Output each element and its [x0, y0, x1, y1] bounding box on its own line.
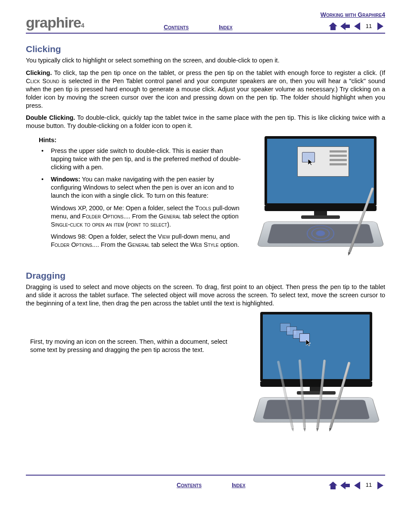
svg-marker-0 [329, 22, 337, 30]
hint-1: Press the upper side switch to double-cl… [39, 147, 243, 171]
clicking-bold-label: Clicking. [26, 69, 52, 76]
chapter-link[interactable]: Working with Graphire4 [321, 11, 385, 18]
footer-home-icon[interactable] [328, 481, 338, 490]
brand-suffix: 4 [81, 22, 84, 29]
prev-page-icon[interactable] [352, 22, 362, 31]
dragging-intro: Dragging is used to select and move obje… [26, 283, 385, 308]
svg-marker-10 [377, 482, 383, 489]
hint-2-winxp: Windows XP, 2000, or Me: Open a folder, … [39, 204, 243, 229]
hint-2-win98: Windows 98: Open a folder, select the Vi… [39, 233, 243, 249]
footer-index-link[interactable]: Index [232, 481, 246, 489]
double-clicking-bold-label: Double Clicking. [26, 114, 75, 121]
svg-marker-3 [377, 22, 383, 30]
svg-marker-5 [306, 339, 311, 346]
double-clicking-paragraph: Double Clicking. To double-click, quickl… [26, 114, 385, 130]
footer-prev-page-icon[interactable] [352, 481, 362, 490]
index-link[interactable]: Index [219, 23, 233, 31]
svg-marker-9 [354, 482, 360, 489]
footer-prev-chapter-icon[interactable] [340, 481, 350, 490]
home-icon[interactable] [328, 22, 338, 31]
dragging-illustration [247, 312, 385, 436]
brand-name: graphire [26, 14, 81, 31]
section-dragging-title: Dragging [26, 270, 385, 281]
prev-chapter-icon[interactable] [340, 22, 350, 31]
svg-marker-8 [340, 482, 350, 489]
svg-marker-4 [308, 159, 313, 165]
clicking-intro: You typically click to highlight or sele… [26, 56, 385, 65]
brand-logo: graphire4 [26, 13, 84, 32]
svg-marker-1 [340, 22, 350, 30]
hints-heading: Hints: [39, 136, 243, 144]
hint-2: Windows: You can make navigating with th… [39, 175, 243, 200]
clicking-paragraph: Clicking. To click, tap the pen tip once… [26, 69, 385, 109]
svg-marker-2 [354, 22, 360, 30]
footer-contents-link[interactable]: Contents [177, 481, 202, 489]
section-clicking-title: Clicking [26, 43, 385, 55]
clicking-illustration [256, 136, 385, 260]
footer-next-page-icon[interactable] [376, 481, 385, 490]
svg-marker-7 [329, 482, 337, 489]
dragging-aside: First, try moving an icon on the screen.… [30, 338, 234, 354]
page-number: 11 [364, 23, 373, 30]
contents-link[interactable]: Contents [164, 23, 189, 31]
footer-page-number: 11 [364, 482, 373, 489]
next-page-icon[interactable] [376, 22, 385, 31]
